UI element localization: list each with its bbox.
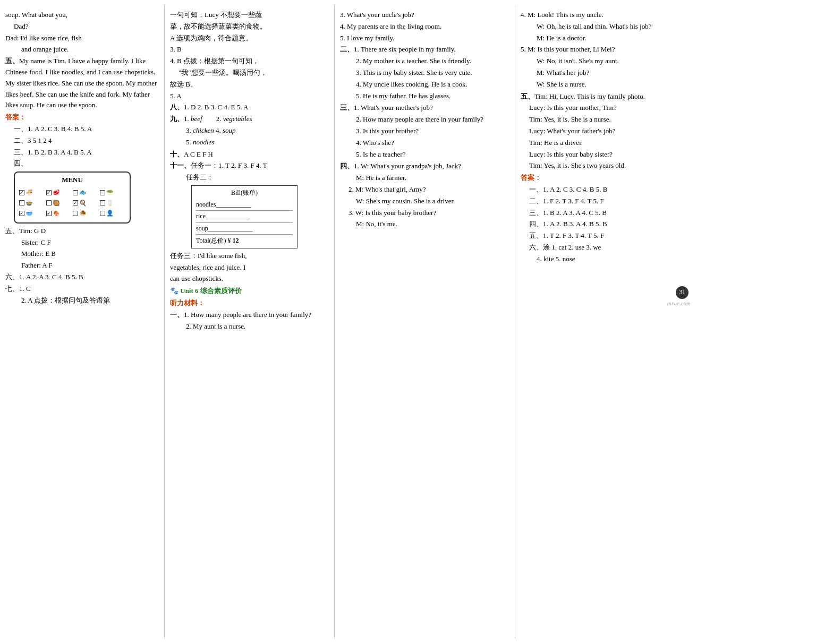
menu-cell: 🍖 <box>46 209 72 218</box>
task-line: 任务三：I'd like some fish, <box>170 251 329 262</box>
menu-cell: 🥘 <box>46 199 72 208</box>
listening-item: 一、1. How many people are there in your f… <box>170 310 329 321</box>
section-eleven: 十一、任务一：1. T 2. F 3. F 4. T 任务二： <box>170 160 329 183</box>
checkbox <box>19 190 24 195</box>
menu-cell: 🥛 <box>100 199 126 208</box>
section-five-col4: 五、Tim: Hi, Lucy. This is my family photo… <box>521 91 691 172</box>
answer-line: Sister: C F <box>5 237 159 248</box>
item: 3. What's your uncle's job? <box>340 10 509 21</box>
item: 5. I love my family. <box>340 33 509 44</box>
menu-box: MENU 🍜 🥩 🐟 🥗 🍲 🥘 🍳 🥛 🥣 🍖 🧆 👤 <box>14 171 131 224</box>
line: 一句可知，Lucy 不想要一些蔬 <box>170 10 329 21</box>
section-four: 四、1. W: What's your grandpa's job, Jack?… <box>340 161 509 230</box>
col4-content: 4. M: Look! This is my uncle. W: Oh, he … <box>521 10 691 308</box>
dialogue-line: Lucy: Is this your baby sister? <box>521 149 691 160</box>
two-item: 5. He is my father. He has glasses. <box>340 91 509 102</box>
dialogue-line: M: He is a doctor. <box>521 33 691 44</box>
checkbox <box>46 190 52 195</box>
listening-item: 2. My aunt is a nurse. <box>170 321 329 332</box>
answer-line: 一、1. A 2. C 3. B 4. B 5. A <box>5 124 159 135</box>
nine-label: 九、1. beef 2. vegetables <box>170 114 329 125</box>
checkbox <box>46 211 52 216</box>
dialogue-line: 2. M: Who's that girl, Amy? <box>340 184 509 195</box>
three-item: 3. Is this your brother? <box>340 126 509 137</box>
answer-line: 五、Tim: G D <box>5 226 159 237</box>
answer-line: 六、1. A 2. A 3. C 4. B 5. B <box>5 272 159 283</box>
answer-line: 四、1. A 2. B 3. A 4. B 5. B <box>521 219 691 230</box>
page-footer: 31 <box>521 286 691 299</box>
menu-cell: 🥣 <box>19 209 45 218</box>
dialogue-line: M: No, it's me. <box>340 219 509 230</box>
line: 菜，故不能选择蔬菜类的食物。 <box>170 21 329 32</box>
unit-title-text: 🐾 Unit 6 综合素质评价 <box>170 286 329 297</box>
ten-line: 十、A C E F H <box>170 149 329 160</box>
column-4: 4. M: Look! This is my uncle. W: Oh, he … <box>515 5 696 639</box>
column-2: 一句可知，Lucy 不想要一些蔬 菜，故不能选择蔬菜类的食物。 A 选项为鸡肉，… <box>165 5 335 639</box>
nine-line: 5. noodles <box>170 137 329 148</box>
bill-total: Total(总价) ¥ 12 <box>196 236 293 246</box>
checkbox <box>19 200 24 205</box>
dialogue-line: 4. M: Look! This is my uncle. <box>521 10 691 21</box>
menu-title: MENU <box>19 175 125 186</box>
two-item: 3. This is my baby sister. She is very c… <box>340 67 509 79</box>
answer-line: 二、1. F 2. T 3. F 4. T 5. F <box>521 196 691 207</box>
item-4: 4. M: Look! This is my uncle. W: Oh, he … <box>521 10 691 90</box>
dialogue-line: 5. M: Is this your mother, Li Mei? <box>521 44 691 55</box>
answer-line: 三、1. B 2. B 3. A 4. B 5. A <box>5 147 159 158</box>
menu-cell: 🐟 <box>73 188 99 198</box>
answer-line: 4. kite 5. nose <box>521 254 691 265</box>
task-line: can use chopsticks. <box>170 273 329 285</box>
two-label: 二、1. There are six people in my family. <box>340 44 509 55</box>
menu-cell: 👤 <box>100 209 126 218</box>
menu-cell: 🍲 <box>19 199 45 208</box>
dialogue-line: Tim: Yes, it is. She's two years old. <box>521 160 691 171</box>
menu-cell: 🥗 <box>100 188 126 198</box>
section-five: 五、My name is Tim. I have a happy family.… <box>5 56 159 111</box>
menu-cell: 🧆 <box>73 209 99 218</box>
three-item: 2. How many people are there in your fam… <box>340 114 509 125</box>
answer-line: 二、3 5 1 2 4 <box>5 135 159 147</box>
dialogue-line: Tim: Yes, it is. She is a nurse. <box>521 114 691 125</box>
checkbox <box>46 200 52 205</box>
bill-row-noodles: noodles___________ <box>196 199 293 211</box>
two-item: 4. My uncle likes cooking. He is a cook. <box>340 79 509 90</box>
menu-cell: 🍳 <box>73 199 99 208</box>
three-item: 5. Is he a teacher? <box>340 149 509 160</box>
page-container: soup. What about you, Dad? Dad: I'd like… <box>0 0 816 644</box>
answer-line: 七、1. C <box>5 284 159 295</box>
unit6-title: 🐾 Unit 6 综合素质评价 <box>170 286 329 297</box>
checkbox <box>73 200 78 205</box>
bill-row-rice: rice______________ <box>196 211 293 222</box>
answer-line: 五、1. T 2. F 3. T 4. T 5. F <box>521 230 691 242</box>
watermark-text: mxqe.com <box>521 299 691 308</box>
section-text: 五、My name is Tim. I have a happy family.… <box>5 56 159 111</box>
section-nine: 九、1. beef 2. vegetables 3. chicken 4. so… <box>170 114 329 148</box>
column-3: 3. What's your uncle's job? 4. My parent… <box>335 5 515 639</box>
line: "我"想要一些汤。喝汤用勺， <box>170 67 329 79</box>
checkbox <box>19 211 24 216</box>
line: 3. B <box>170 44 329 55</box>
dialogue-line: W: Oh, he is tall and thin. What's his j… <box>521 21 691 32</box>
dialogue-line: 3. W: Is this your baby brother? <box>340 208 509 219</box>
column-1: soup. What about you, Dad? Dad: I'd like… <box>0 5 165 639</box>
line: Dad: I'd like some rice, fish <box>5 33 159 44</box>
section-line: 八、1. D 2. B 3. C 4. E 5. A <box>170 102 329 113</box>
answer-line: 六、涂 1. cat 2. use 3. we <box>521 242 691 253</box>
line: soup. What about you, <box>5 10 159 21</box>
answers-section: 答案： 一、1. A 2. C 3. B 4. B 5. A 二、3 5 1 2… <box>5 112 159 169</box>
dialogue-line: Tim: He is a driver. <box>521 138 691 149</box>
checkbox <box>100 190 105 195</box>
answer-label: 答案： <box>5 112 159 123</box>
answer-line: Father: A F <box>5 260 159 271</box>
two-item: 2. My mother is a teacher. She is friend… <box>340 56 509 67</box>
answer-label: 答案： <box>521 173 691 184</box>
three-item: 4. Who's she? <box>340 138 509 149</box>
col3-content: 3. What's your uncle's job? 4. My parent… <box>340 10 509 230</box>
dialogue-line: Lucy: Is this your mother, Tim? <box>521 102 691 114</box>
answer-line: 四、 <box>5 158 159 169</box>
dialogue-line: Lucy: What's your father's job? <box>521 126 691 137</box>
checkbox <box>100 211 105 216</box>
dialogue-line: M: He is a farmer. <box>340 173 509 184</box>
listening-label: 听力材料： <box>170 298 329 309</box>
menu-cell: 🥩 <box>46 188 72 198</box>
